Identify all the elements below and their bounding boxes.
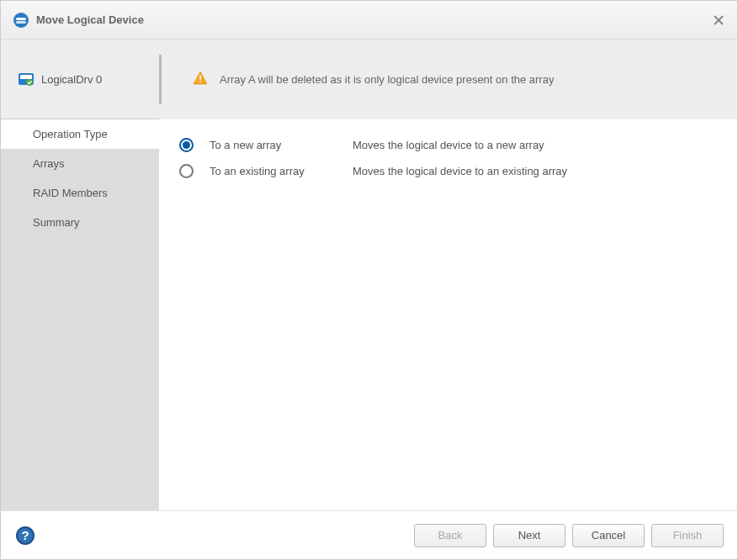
step-label: RAID Members [33, 187, 108, 199]
step-summary[interactable]: Summary [1, 208, 159, 237]
svg-text:?: ? [21, 528, 29, 542]
content: LogicalDrv 0 Operation Type Arrays RAID … [1, 40, 737, 510]
cancel-button[interactable]: Cancel [572, 524, 645, 547]
sidebar-device: LogicalDrv 0 [1, 40, 159, 119]
dialog-title: Move Logical Device [36, 13, 712, 26]
device-name: LogicalDrv 0 [41, 73, 102, 86]
finish-button[interactable]: Finish [651, 524, 724, 547]
sidebar: LogicalDrv 0 Operation Type Arrays RAID … [1, 40, 159, 510]
step-arrays[interactable]: Arrays [1, 149, 159, 178]
radio-existing-array[interactable] [179, 164, 210, 178]
option-desc: Moves the logical device to an existing … [353, 165, 567, 177]
radio-new-array[interactable] [179, 138, 210, 152]
step-raid-members[interactable]: RAID Members [1, 178, 159, 208]
back-button[interactable]: Back [414, 524, 486, 547]
dialog: Move Logical Device LogicalDrv 0 [0, 0, 738, 560]
option-existing-array[interactable]: To an existing array Moves the logical d… [179, 164, 717, 178]
step-label: Summary [33, 216, 80, 229]
svg-rect-8 [199, 76, 201, 81]
step-operation-type[interactable]: Operation Type [1, 119, 159, 149]
dialog-icon [13, 12, 29, 29]
warning-icon [193, 71, 208, 88]
titlebar: Move Logical Device [1, 1, 737, 40]
svg-rect-9 [199, 81, 201, 82]
step-label: Arrays [33, 157, 65, 170]
svg-rect-1 [16, 18, 26, 20]
svg-point-7 [26, 79, 33, 86]
next-button[interactable]: Next [493, 524, 565, 547]
option-label: To a new array [210, 139, 353, 151]
footer: ? Back Next Cancel Finish [1, 510, 737, 559]
alert-divider [159, 55, 162, 104]
close-button[interactable] [712, 13, 725, 27]
svg-rect-6 [20, 75, 32, 79]
svg-rect-2 [16, 21, 26, 24]
main: Array A will be deleted as it is only lo… [159, 40, 737, 510]
option-new-array[interactable]: To a new array Moves the logical device … [179, 138, 717, 152]
option-label: To an existing array [210, 165, 353, 177]
alert-bar: Array A will be deleted as it is only lo… [159, 40, 737, 119]
alert-text: Array A will be deleted as it is only lo… [220, 73, 554, 86]
logical-drive-icon [18, 71, 35, 87]
step-label: Operation Type [33, 128, 108, 140]
help-button[interactable]: ? [14, 525, 36, 547]
option-desc: Moves the logical device to a new array [353, 139, 544, 151]
options: To a new array Moves the logical device … [159, 119, 737, 209]
